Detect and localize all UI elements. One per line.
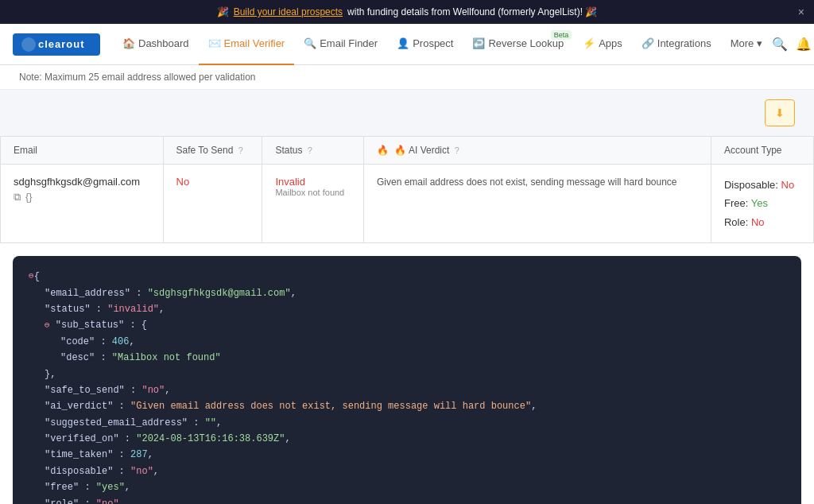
sub-status-collapse-icon[interactable]: ⊖ xyxy=(45,320,50,330)
email-finder-icon: 🔍 xyxy=(304,37,316,49)
json-open-brace: ⊖ { xyxy=(29,269,785,285)
nav-item-dashboard[interactable]: 🏠 Dashboard xyxy=(113,24,199,65)
notification-bell-icon[interactable]: 🔔 xyxy=(796,37,812,52)
apps-icon: ⚡ xyxy=(583,37,595,49)
json-desc: "desc" : "Mailbox not found" xyxy=(29,350,785,366)
banner-close-button[interactable]: × xyxy=(798,6,804,18)
json-code: "code" : 406, xyxy=(29,334,785,350)
email-actions: ⧉ {} xyxy=(14,191,150,204)
role-field: Role: No xyxy=(724,213,800,231)
header: clearout 🏠 Dashboard ✉️ Email Verifier 🔍… xyxy=(0,24,814,65)
chevron-down-icon: ▾ xyxy=(757,37,762,49)
col-safe-to-send: Safe To Send ? xyxy=(163,137,262,165)
json-disposable: "disposable" : "no", xyxy=(29,463,785,479)
email-verifier-icon: ✉️ xyxy=(208,37,221,49)
safe-to-send-help-icon[interactable]: ? xyxy=(238,145,243,155)
nav-email-verifier-label: Email Verifier xyxy=(224,37,285,49)
nav-item-integrations[interactable]: 🔗 Integrations xyxy=(632,24,721,65)
ai-verdict-cell: Given email address does not exist, send… xyxy=(363,165,711,243)
banner-text: with funding details from Wellfound (for… xyxy=(347,6,597,17)
prospect-icon: 👤 xyxy=(397,37,409,49)
beta-badge: Beta xyxy=(551,30,572,40)
svg-text:clearout: clearout xyxy=(38,38,85,50)
status-help-icon[interactable]: ? xyxy=(308,145,312,155)
nav-integrations-label: Integrations xyxy=(657,37,711,49)
svg-point-0 xyxy=(21,37,36,52)
integrations-icon: 🔗 xyxy=(642,37,654,49)
email-cell: sdghsgfhkgsdk@gmail.com ⧉ {} xyxy=(1,165,164,243)
nav-apps-label: Apps xyxy=(599,37,622,49)
json-suggested-email: "suggested_email_address" : "", xyxy=(29,415,785,431)
json-sub-status-open: ⊖ "sub_status" : { xyxy=(29,317,785,333)
col-status: Status ? xyxy=(262,137,364,165)
status-cell: Invalid Mailbox not found xyxy=(262,165,364,243)
nav-item-email-finder[interactable]: 🔍 Email Finder xyxy=(294,24,387,65)
banner-link[interactable]: Build your ideal prospects xyxy=(234,6,343,17)
nav-prospect-label: Prospect xyxy=(413,37,453,49)
free-field: Free: Yes xyxy=(724,194,800,212)
main-content: Note: Maximum 25 email address allowed p… xyxy=(0,65,814,504)
json-sub-status-close: }, xyxy=(29,366,785,382)
safe-to-send-value: No xyxy=(176,176,190,188)
note-bar: Note: Maximum 25 email address allowed p… xyxy=(0,65,814,90)
banner-rocket-icon: 🎉 xyxy=(217,6,229,17)
status-value: Invalid xyxy=(275,176,351,188)
col-ai-verdict: 🔥 🔥 AI Verdict ? xyxy=(363,137,711,165)
download-button[interactable]: ⬇ xyxy=(765,99,795,126)
email-address: sdghsgfhkgsdk@gmail.com xyxy=(14,176,150,188)
collapse-icon[interactable]: ⊖ xyxy=(29,269,34,285)
nav-dashboard-label: Dashboard xyxy=(138,37,189,49)
reverse-lookup-icon: ↩️ xyxy=(472,37,485,49)
json-ai-verdict: "ai_verdict" : "Given email address does… xyxy=(29,398,785,414)
copy-icon[interactable]: ⧉ xyxy=(14,191,21,204)
results-table: Email Safe To Send ? Status ? 🔥 🔥 AI Ver… xyxy=(0,136,814,243)
search-icon[interactable]: 🔍 xyxy=(772,37,788,52)
json-safe-to-send: "safe_to_send" : "no", xyxy=(29,382,785,398)
ai-verdict-help-icon[interactable]: ? xyxy=(455,145,459,155)
safe-to-send-cell: No xyxy=(163,165,262,243)
json-time-taken: "time_taken" : 287, xyxy=(29,447,785,463)
nav-email-finder-label: Email Finder xyxy=(320,37,378,49)
dashboard-icon: 🏠 xyxy=(122,37,135,49)
col-email: Email xyxy=(1,137,164,165)
role-value: No xyxy=(751,216,765,228)
results-table-container: Email Safe To Send ? Status ? 🔥 🔥 AI Ver… xyxy=(0,136,814,243)
nav-item-reverse-lookup[interactable]: ↩️ Reverse Lookup Beta xyxy=(463,24,573,65)
main-nav: 🏠 Dashboard ✉️ Email Verifier 🔍 Email Fi… xyxy=(113,24,772,65)
ai-icon: 🔥 xyxy=(377,145,389,156)
top-banner: 🎉 Build your ideal prospects with fundin… xyxy=(0,0,814,24)
json-status: "status" : "invalid", xyxy=(29,301,785,317)
status-sub-value: Mailbox not found xyxy=(275,188,351,197)
json-expand-icon[interactable]: {} xyxy=(25,191,33,204)
nav-item-more[interactable]: More ▾ xyxy=(721,24,773,65)
nav-item-apps[interactable]: ⚡ Apps xyxy=(573,24,632,65)
table-row: sdghsgfhkgsdk@gmail.com ⧉ {} No Invalid … xyxy=(1,165,814,243)
ai-verdict-value: Given email address does not exist, send… xyxy=(377,176,677,188)
col-account-type: Account Type xyxy=(711,137,813,165)
logo-image: clearout xyxy=(13,33,100,56)
json-role: "role" : "no", xyxy=(29,496,785,504)
nav-more-label: More xyxy=(731,37,754,49)
logo[interactable]: clearout xyxy=(13,33,100,56)
json-verified-on: "verified_on" : "2024-08-13T16:16:38.639… xyxy=(29,431,785,447)
note-text: Note: Maximum 25 email address allowed p… xyxy=(19,72,255,83)
disposable-value: No xyxy=(781,179,795,191)
json-viewer: ⊖ { "email_address" : "sdghsgfhkgsdk@gma… xyxy=(13,256,801,504)
download-area: ⬇ xyxy=(0,90,814,136)
nav-item-prospect[interactable]: 👤 Prospect xyxy=(387,24,463,65)
disposable-field: Disposable: No xyxy=(724,176,800,194)
json-email-address: "email_address" : "sdghsgfhkgsdk@gmail.c… xyxy=(29,285,785,301)
nav-item-email-verifier[interactable]: ✉️ Email Verifier xyxy=(199,24,295,65)
free-value: Yes xyxy=(751,197,768,209)
nav-right: 🔍 🔔 N Nida Mohsin ▾ Review us on 🔥 Buy C… xyxy=(772,27,814,62)
json-free: "free" : "yes", xyxy=(29,479,785,495)
account-type-cell: Disposable: No Free: Yes Role: No xyxy=(711,165,813,243)
